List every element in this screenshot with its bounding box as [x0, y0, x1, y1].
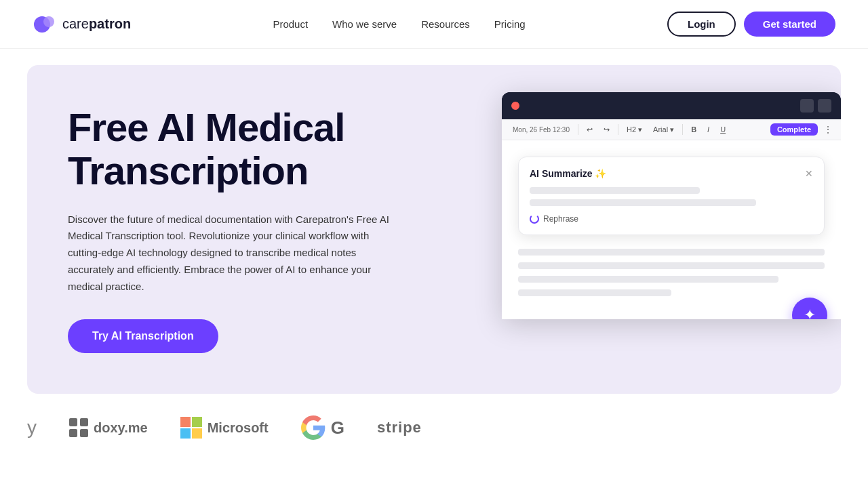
- rephrase-label: Rephrase: [543, 214, 578, 224]
- nav-item-resources[interactable]: Resources: [421, 18, 470, 30]
- titlebar-right-controls: [800, 99, 831, 113]
- ai-sparkle-fab[interactable]: ✦: [792, 298, 827, 319]
- header-actions: Login Get started: [667, 12, 835, 37]
- svg-rect-8: [180, 428, 191, 439]
- ai-popup-title: AI Summarize ✨: [530, 168, 606, 179]
- svg-rect-3: [80, 418, 88, 426]
- content-line-2: [518, 262, 825, 269]
- main-nav: Product Who we serve Resources Pricing: [273, 18, 525, 30]
- google-icon: [301, 415, 326, 440]
- logo-icon: [33, 12, 57, 37]
- app-window: Mon, 26 Feb 12:30 ↩ ↪ H2 ▾ Arial ▾ B I U…: [502, 92, 841, 319]
- undo-btn[interactable]: ↩: [584, 124, 595, 136]
- maximize-btn[interactable]: [818, 99, 831, 113]
- hero-title: Free AI Medical Transcription: [68, 106, 471, 192]
- window-titlebar: [502, 92, 841, 119]
- editor-toolbar: Mon, 26 Feb 12:30 ↩ ↪ H2 ▾ Arial ▾ B I U…: [502, 119, 841, 140]
- content-line-4: [518, 289, 671, 296]
- partner-logo-doxyme: doxy.me: [69, 418, 148, 437]
- italic-btn[interactable]: I: [705, 124, 712, 135]
- ai-summary-line-2: [530, 199, 756, 206]
- content-line-1: [518, 249, 825, 256]
- google-name: G: [331, 418, 344, 439]
- ai-popup-header: AI Summarize ✨ ✕: [530, 168, 813, 179]
- nav-item-who-we-serve[interactable]: Who we serve: [332, 18, 397, 30]
- ai-summary-line-1: [530, 187, 700, 194]
- content-line-3: [518, 276, 778, 283]
- svg-rect-7: [192, 417, 202, 427]
- login-button[interactable]: Login: [667, 12, 736, 37]
- hero-section: Free AI Medical Transcription Discover t…: [27, 65, 841, 394]
- svg-rect-4: [69, 429, 77, 437]
- partner-logo-stripe: stripe: [377, 419, 422, 436]
- try-ai-transcription-button[interactable]: Try AI Transcription: [68, 319, 218, 353]
- hero-content: Free AI Medical Transcription Discover t…: [68, 106, 471, 353]
- minimize-btn[interactable]: [800, 99, 814, 113]
- partner-y-text: y: [27, 417, 37, 439]
- rephrase-button[interactable]: Rephrase: [530, 214, 813, 224]
- window-controls: [511, 102, 519, 110]
- partners-section: y doxy.me Microsoft G stripe: [0, 394, 868, 462]
- toolbar-separator-2: [618, 124, 618, 135]
- doxyme-name: doxy.me: [94, 420, 148, 436]
- partner-logo-google: G: [301, 415, 344, 440]
- partner-logo-y: y: [27, 417, 37, 439]
- toolbar-separator-3: [682, 124, 683, 135]
- doxyme-icon: [69, 418, 88, 437]
- redo-btn[interactable]: ↪: [601, 124, 612, 136]
- svg-rect-6: [180, 417, 191, 427]
- underline-btn[interactable]: U: [717, 124, 728, 135]
- font-select[interactable]: Arial ▾: [650, 124, 677, 136]
- nav-item-pricing[interactable]: Pricing: [494, 18, 526, 30]
- svg-rect-9: [192, 428, 202, 439]
- partner-logo-microsoft: Microsoft: [180, 417, 269, 439]
- svg-point-1: [43, 16, 54, 27]
- ai-summarize-popup: AI Summarize ✨ ✕ Rephrase: [518, 157, 825, 235]
- bold-btn[interactable]: B: [688, 124, 699, 135]
- logo-text: carepatron: [62, 16, 131, 32]
- logo[interactable]: carepatron: [33, 12, 131, 37]
- heading-select[interactable]: H2 ▾: [624, 124, 645, 136]
- get-started-button[interactable]: Get started: [744, 12, 835, 37]
- editor-content-lines: [518, 249, 825, 296]
- nav-item-product[interactable]: Product: [273, 18, 308, 30]
- microsoft-name: Microsoft: [208, 420, 269, 436]
- editor-body: AI Summarize ✨ ✕ Rephrase: [502, 140, 841, 319]
- stripe-name: stripe: [377, 419, 422, 436]
- svg-rect-2: [69, 418, 77, 426]
- toolbar-separator: [578, 124, 578, 135]
- sparkle-icon: ✦: [804, 306, 816, 319]
- toolbar-more-btn[interactable]: ⋮: [823, 124, 833, 135]
- ai-popup-close[interactable]: ✕: [805, 169, 813, 178]
- complete-button[interactable]: Complete: [770, 123, 818, 136]
- close-dot: [511, 102, 519, 110]
- rephrase-icon: [530, 214, 539, 224]
- svg-rect-5: [80, 429, 88, 437]
- hero-description: Discover the future of medical documenta…: [68, 211, 393, 296]
- microsoft-icon: [180, 417, 202, 439]
- date-display: Mon, 26 Feb 12:30: [510, 125, 572, 135]
